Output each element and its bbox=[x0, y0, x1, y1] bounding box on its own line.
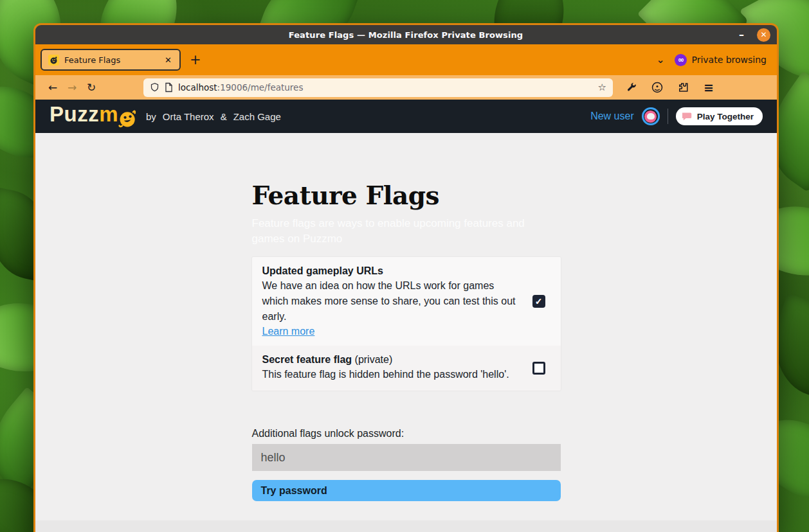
url-bar[interactable]: localhost:19006/me/features ☆ bbox=[143, 78, 613, 97]
reload-icon: ↻ bbox=[87, 81, 96, 94]
devtools-button[interactable] bbox=[621, 82, 642, 93]
check-icon: ✓ bbox=[535, 296, 543, 306]
tab-bar: Feature Flags ✕ + ⌄ ∞ Private browsing bbox=[35, 44, 777, 75]
url-host: localhost bbox=[178, 82, 217, 93]
flag-checkbox-checked[interactable]: ✓ bbox=[532, 295, 545, 308]
star-icon: ☆ bbox=[598, 82, 606, 93]
speech-bubble-icon bbox=[682, 112, 693, 121]
new-tab-button[interactable]: + bbox=[190, 53, 201, 66]
feature-flag-card: Updated gameplay URLs We have an idea on… bbox=[252, 257, 561, 391]
firefox-window: Feature Flags — Mozilla Firefox Private … bbox=[33, 23, 779, 532]
logo-text-m: m bbox=[99, 103, 118, 125]
shield-icon[interactable] bbox=[150, 82, 159, 93]
account-icon bbox=[651, 82, 663, 93]
private-mask-icon: ∞ bbox=[675, 54, 687, 66]
flag-checkbox-unchecked[interactable] bbox=[532, 362, 545, 375]
desktop-wallpaper: Feature Flags — Mozilla Firefox Private … bbox=[0, 0, 809, 532]
hamburger-menu-icon: ≡ bbox=[704, 80, 714, 94]
new-user-link[interactable]: New user bbox=[590, 111, 634, 122]
close-button[interactable]: ✕ bbox=[757, 28, 770, 42]
byline-author-1[interactable]: Orta Therox bbox=[163, 111, 214, 122]
new-tab-icon: + bbox=[190, 52, 201, 67]
private-browsing-label: Private browsing bbox=[691, 55, 767, 65]
private-browsing-badge: ∞ Private browsing bbox=[675, 54, 767, 66]
password-input[interactable] bbox=[252, 444, 561, 471]
user-avatar[interactable] bbox=[642, 107, 660, 125]
puzzmo-logo[interactable]: Puzzm bbox=[50, 103, 138, 129]
page-info-icon[interactable] bbox=[165, 82, 173, 93]
forward-button[interactable]: → bbox=[62, 81, 82, 94]
window-titlebar[interactable]: Feature Flags — Mozilla Firefox Private … bbox=[35, 25, 777, 44]
flag-suffix: (private) bbox=[355, 354, 393, 365]
flag-row-updated-gameplay-urls: Updated gameplay URLs We have an idea on… bbox=[252, 257, 561, 346]
back-icon: ← bbox=[48, 81, 57, 94]
url-text[interactable]: localhost:19006/me/features bbox=[178, 82, 593, 93]
flag-name: Updated gameplay URLs bbox=[262, 265, 383, 276]
minimize-button[interactable]: – bbox=[735, 31, 748, 38]
puzzle-piece-icon bbox=[677, 82, 689, 93]
browser-tab-feature-flags[interactable]: Feature Flags ✕ bbox=[41, 49, 181, 71]
account-button[interactable] bbox=[646, 82, 668, 93]
menu-button[interactable]: ≡ bbox=[698, 80, 720, 94]
toolbar-right-icons: ≡ bbox=[621, 80, 720, 94]
play-together-label: Play Together bbox=[697, 112, 754, 121]
flag-name: Secret feature flag bbox=[262, 354, 352, 365]
page-footer bbox=[35, 520, 777, 532]
header-divider bbox=[668, 109, 668, 124]
window-title: Feature Flags — Mozilla Firefox Private … bbox=[35, 30, 735, 40]
tab-close-button[interactable]: ✕ bbox=[163, 55, 173, 65]
puzzmo-face-icon bbox=[50, 56, 58, 64]
byline-author-2[interactable]: Zach Gage bbox=[233, 111, 281, 122]
byline-by: by bbox=[146, 111, 156, 122]
forward-icon: → bbox=[68, 81, 77, 94]
url-path: :19006/me/features bbox=[217, 82, 304, 93]
site-header: Puzzm by Orta Therox & Zach Gage New use… bbox=[35, 100, 777, 133]
list-all-tabs-button[interactable]: ⌄ bbox=[657, 54, 665, 66]
password-label: Additional flags unlock password: bbox=[252, 428, 561, 439]
byline: by Orta Therox & Zach Gage bbox=[146, 111, 281, 122]
try-password-button[interactable]: Try password bbox=[252, 480, 561, 501]
flag-description: This feature flag is hidden behind the p… bbox=[262, 367, 521, 382]
back-button[interactable]: ← bbox=[43, 81, 62, 94]
close-icon: ✕ bbox=[760, 30, 767, 39]
page-content: Feature Flags Feature flags are ways to … bbox=[35, 133, 777, 532]
logo-face-icon bbox=[118, 109, 138, 129]
extensions-button[interactable] bbox=[672, 82, 694, 93]
flag-row-secret-feature-flag: Secret feature flag (private) This featu… bbox=[252, 346, 561, 391]
play-together-button[interactable]: Play Together bbox=[676, 107, 763, 125]
tab-label: Feature Flags bbox=[64, 55, 158, 65]
nav-toolbar: ← → ↻ localhost:19006/me/features ☆ bbox=[35, 75, 777, 100]
page-title: Feature Flags bbox=[252, 181, 561, 210]
reload-button[interactable]: ↻ bbox=[82, 81, 101, 94]
avatar-creature-icon bbox=[647, 113, 655, 120]
tab-favicon-puzzmo bbox=[48, 55, 59, 66]
bookmark-star-button[interactable]: ☆ bbox=[598, 82, 606, 93]
avatar-inner bbox=[644, 111, 657, 123]
chevron-down-icon: ⌄ bbox=[657, 54, 665, 66]
byline-ampersand: & bbox=[221, 111, 227, 122]
minimize-icon: – bbox=[739, 28, 744, 40]
tab-close-icon: ✕ bbox=[165, 55, 172, 65]
learn-more-link[interactable]: Learn more bbox=[262, 326, 315, 337]
flag-description: We have an idea on how the URLs work for… bbox=[262, 278, 521, 324]
page-subtitle: Feature flags are ways to enable upcomin… bbox=[252, 216, 561, 247]
logo-text-puzz: Puzz bbox=[50, 103, 99, 125]
wrench-icon bbox=[626, 82, 637, 93]
